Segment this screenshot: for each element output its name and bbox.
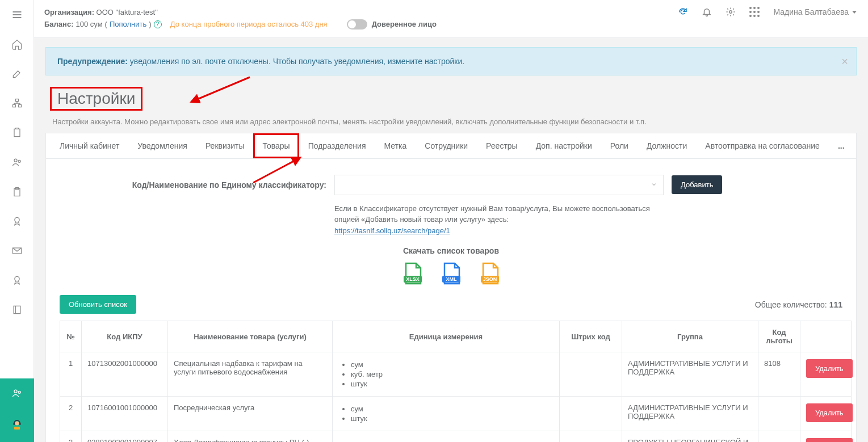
bell-icon[interactable] xyxy=(702,7,712,17)
tab-6[interactable]: Сотрудники xyxy=(416,133,477,158)
add-button[interactable]: Добавить xyxy=(672,175,722,194)
gear-icon[interactable] xyxy=(726,7,736,17)
svg-rect-15 xyxy=(13,423,15,425)
cell-name: Хлор Дезинфекционные гранулы PH (-) xyxy=(168,431,333,442)
unit-item: сум xyxy=(351,405,553,413)
svg-point-4 xyxy=(14,159,17,162)
total-label: Общее количество: xyxy=(755,300,827,309)
svg-text:XLSX: XLSX xyxy=(406,276,420,282)
page-title: Настройки xyxy=(50,87,142,111)
th-code: Код ИКПУ xyxy=(82,321,168,352)
th-unit: Единица измерения xyxy=(333,321,560,352)
delete-button[interactable]: Удалить xyxy=(806,438,853,442)
tab-5[interactable]: Метка xyxy=(375,133,416,158)
cell-name: Специальная надбавка к тарифам на услуги… xyxy=(168,352,333,397)
cell-units: сумштук xyxy=(333,397,560,431)
cell-benefit: 8108 xyxy=(758,352,800,397)
tabs-bar: Личный кабинетУведомленияРеквизитыТовары… xyxy=(45,133,857,159)
products-panel: Код/Наименование по Единому классификато… xyxy=(45,159,857,442)
org-label: Организация: xyxy=(44,8,94,16)
svg-point-14 xyxy=(15,422,19,426)
nav-users[interactable] xyxy=(0,148,34,177)
delete-button[interactable]: Удалить xyxy=(806,359,853,378)
username-text: Мадина Балтабаева xyxy=(773,7,849,16)
tab-4[interactable]: Подразделения xyxy=(299,133,375,158)
cell-group: АДМИНИСТРАТИВНЫЕ УСЛУГИ И ПОДДЕРЖКА xyxy=(622,352,758,397)
topup-link[interactable]: Пополнить xyxy=(110,19,146,31)
svg-text:JSON: JSON xyxy=(483,276,497,282)
unit-item: штук xyxy=(351,380,553,388)
download-json[interactable]: JSON xyxy=(479,262,501,285)
svg-rect-17 xyxy=(14,427,20,430)
tab-9[interactable]: Роли xyxy=(601,133,638,158)
table-row: 110713002001000000Специальная надбавка к… xyxy=(60,352,852,397)
tab-8[interactable]: Доп. настройки xyxy=(527,133,601,158)
user-menu[interactable]: Мадина Балтабаева xyxy=(773,7,857,16)
cell-action: Удалить xyxy=(800,352,852,397)
svg-text:XML: XML xyxy=(446,276,457,282)
unit-item: куб. метр xyxy=(351,370,553,378)
alert-text: уведомления по эл. почте отключены. Чтоб… xyxy=(130,57,464,66)
cell-code: 02801002001000007 xyxy=(82,431,168,442)
nav-book[interactable] xyxy=(0,295,34,325)
help-link[interactable]: https://tasnif.soliq.uz/search/page/1 xyxy=(334,226,450,235)
table-row: 210716001001000000Посредническая услугас… xyxy=(60,397,852,431)
nav-clipboard[interactable] xyxy=(0,177,34,207)
tab-11[interactable]: Автоотправка на согласование xyxy=(696,133,829,158)
download-title: Скачать список товаров xyxy=(60,246,842,255)
unit-item: штук xyxy=(351,414,553,423)
cell-action: Удалить xyxy=(800,431,852,442)
apps-icon[interactable] xyxy=(749,7,760,17)
trusted-toggle[interactable] xyxy=(347,19,367,30)
th-name: Наименование товара (услуги) xyxy=(168,321,333,352)
download-xml[interactable]: XML xyxy=(440,262,463,285)
tab-7[interactable]: Реестры xyxy=(477,133,527,158)
nav-edit[interactable] xyxy=(0,59,34,89)
help-icon[interactable]: ? xyxy=(154,20,162,28)
nav-support[interactable] xyxy=(0,408,34,442)
refresh-list-button[interactable]: Обновить список xyxy=(60,295,136,314)
cell-num: 3 xyxy=(60,431,82,442)
tab-2[interactable]: Реквизиты xyxy=(196,133,254,158)
th-benefit: Код льготы xyxy=(758,321,800,352)
unit-item: сум xyxy=(351,360,553,369)
cell-code: 10716001001000000 xyxy=(82,397,168,431)
cell-group: ПРОДУКТЫ НЕОРГАНИЧЕСКОЙ И xyxy=(622,431,758,442)
table-row: 302801002001000007Хлор Дезинфекционные г… xyxy=(60,431,852,442)
svg-point-18 xyxy=(729,11,732,14)
svg-rect-0 xyxy=(15,99,18,102)
delete-button[interactable]: Удалить xyxy=(806,403,853,422)
download-xlsx[interactable]: XLSX xyxy=(401,262,424,285)
alert-close-button[interactable]: × xyxy=(841,54,848,68)
nav-settings-active[interactable] xyxy=(0,378,34,408)
cell-units: штук xyxy=(333,431,560,442)
menu-toggle[interactable] xyxy=(0,0,34,30)
svg-rect-16 xyxy=(19,423,21,425)
tab-3[interactable]: Товары xyxy=(253,133,299,158)
tab-10[interactable]: Должности xyxy=(638,133,696,158)
cell-name: Посредническая услуга xyxy=(168,397,333,431)
svg-point-10 xyxy=(14,276,19,281)
alert-title: Предупреждение: xyxy=(57,57,128,66)
nav-medal[interactable] xyxy=(0,207,34,236)
nav-home[interactable] xyxy=(0,30,34,59)
trial-notice: До конца пробного периода осталось 403 д… xyxy=(170,19,328,31)
sidebar xyxy=(0,0,34,442)
nav-mail[interactable] xyxy=(0,236,34,266)
svg-point-12 xyxy=(14,390,17,393)
nav-docs[interactable] xyxy=(0,118,34,148)
warning-alert: Предупреждение: уведомления по эл. почте… xyxy=(45,47,857,75)
nav-tree[interactable] xyxy=(0,89,34,118)
tab-0[interactable]: Личный кабинет xyxy=(51,133,128,158)
svg-point-13 xyxy=(18,391,20,393)
cell-barcode xyxy=(560,397,622,431)
nav-medal-2[interactable] xyxy=(0,266,34,295)
balance-label: Баланс: xyxy=(44,19,73,31)
tab-12[interactable]: ... xyxy=(829,133,854,158)
tab-1[interactable]: Уведомления xyxy=(128,133,196,158)
cell-code: 10713002001000000 xyxy=(82,352,168,397)
refresh-icon[interactable] xyxy=(678,7,688,17)
classifier-select[interactable] xyxy=(334,175,664,195)
caret-down-icon xyxy=(852,11,857,14)
classifier-label: Код/Наименование по Единому классификато… xyxy=(60,180,326,190)
